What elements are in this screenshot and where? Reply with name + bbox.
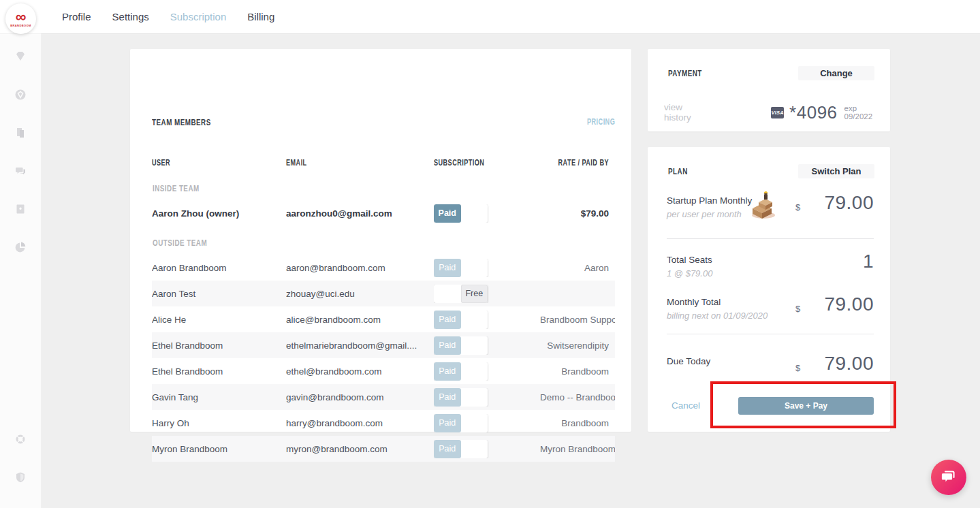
chat-bubbles-icon — [940, 467, 958, 488]
view-history-link[interactable]: view history — [664, 102, 697, 123]
tab-profile[interactable]: Profile — [62, 11, 91, 22]
col-subscription: SUBSCRIPTION — [434, 158, 484, 168]
switch-plan-button[interactable]: Switch Plan — [798, 164, 874, 178]
toggle-left-segment: Paid — [434, 414, 461, 432]
payment-card: PAYMENT Change view history VISA *4096 e… — [648, 49, 890, 131]
gem-icon[interactable] — [14, 50, 27, 62]
user-email: harry@brandboom.com — [286, 418, 434, 428]
subscription-cell: Paid — [434, 311, 540, 329]
col-user: USER — [152, 158, 170, 168]
help-lifebuoy-icon[interactable] — [14, 433, 27, 445]
toggle-right-segment — [461, 259, 488, 277]
change-payment-button[interactable]: Change — [798, 66, 874, 80]
brandboom-logo-icon: ∞ — [16, 11, 27, 23]
subscription-toggle[interactable]: Paid — [434, 388, 488, 407]
user-email: ethelmariebrandboom@gmail.... — [286, 340, 434, 351]
pricing-link[interactable]: PRICING — [587, 117, 615, 127]
brandboom-logo[interactable]: ∞ BRANDBOOM — [5, 3, 36, 34]
monthly-total-value: 79.00 — [824, 293, 874, 315]
divider — [667, 334, 874, 334]
subscription-toggle[interactable]: Paid — [434, 311, 488, 329]
subscription-cell: Paid — [434, 388, 540, 407]
subscription-cell: Paid — [434, 259, 540, 277]
tab-billing[interactable]: Billing — [247, 11, 274, 22]
shield-icon[interactable] — [14, 471, 27, 483]
subscription-toggle[interactable]: Paid — [434, 259, 488, 277]
subscription-toggle[interactable]: Paid — [434, 440, 488, 458]
cancel-link[interactable]: Cancel — [671, 400, 700, 411]
nav-tabs: Profile Settings Subscription Billing — [62, 11, 274, 22]
sidebar — [0, 33, 42, 508]
plan-price: 79.00 — [824, 192, 874, 214]
plan-name-sub: per user per month — [667, 209, 742, 219]
subscription-cell: Paid — [434, 362, 540, 381]
chat-icon[interactable] — [14, 165, 27, 177]
rate-paid-by: Brandboom — [540, 418, 615, 428]
visa-card-icon: VISA — [771, 107, 784, 118]
subscription-cell: Paid — [434, 336, 540, 355]
user-email: zhouay@uci.edu — [286, 289, 434, 299]
id-badge-icon[interactable] — [14, 203, 27, 215]
pie-chart-icon[interactable] — [14, 241, 27, 253]
rate-paid-by: Switserendipity — [540, 340, 615, 351]
team-member-row: Ethel Brandboomethelmariebrandboom@gmail… — [152, 332, 615, 358]
toggle-left-segment: Paid — [434, 311, 461, 329]
top-nav: Profile Settings Subscription Billing — [0, 0, 980, 33]
due-today-currency: $ — [795, 363, 800, 373]
plan-price-currency: $ — [795, 202, 800, 212]
col-email: EMAIL — [286, 158, 307, 168]
team-member-row: Myron Brandboommyron@brandboom.comPaidMy… — [152, 436, 615, 462]
user-name: Ethel Brandboom — [152, 340, 286, 351]
tab-subscription[interactable]: Subscription — [170, 11, 227, 22]
card-last-digits: *4096 — [789, 102, 837, 123]
toggle-left-segment: Paid — [434, 388, 461, 407]
team-section-label-text: INSIDE TEAM — [153, 183, 200, 193]
team-member-row: Ethel Brandboomethel@brandboom.comPaidBr… — [152, 358, 615, 384]
team-table-body: INSIDE TEAMAaron Zhou (owner)aaronzhou0@… — [152, 178, 615, 462]
user-name: Gavin Tang — [152, 392, 286, 402]
subscription-toggle[interactable]: Paid — [434, 414, 488, 432]
subscription-toggle[interactable]: Paid — [434, 204, 488, 223]
toggle-left-segment: Paid — [434, 336, 461, 355]
total-seats-label: Total Seats — [667, 255, 712, 265]
team-member-row: Alice Healice@brandboom.comPaidBrandboom… — [152, 306, 615, 332]
total-seats-sub: 1 @ $79.00 — [667, 268, 712, 279]
team-member-row: Aaron Zhou (owner)aaronzhou0@gmail.comPa… — [152, 200, 615, 226]
subscription-cell: Free — [434, 285, 540, 303]
team-section-label: OUTSIDE TEAM — [152, 233, 615, 252]
showroom-globe-icon[interactable] — [14, 89, 27, 101]
toggle-right-segment: Free — [461, 285, 488, 303]
subscription-cell: Paid — [434, 204, 540, 223]
user-email: myron@brandboom.com — [286, 444, 434, 454]
toggle-left-segment — [434, 285, 461, 303]
chat-widget-button[interactable] — [931, 460, 966, 495]
rate-paid-by: Demo -- Brandboom — [540, 392, 615, 402]
subscription-toggle[interactable]: Paid — [434, 336, 488, 355]
subscription-toggle[interactable]: Free — [434, 285, 488, 303]
team-member-row: Harry Ohharry@brandboom.comPaidBrandboom — [152, 410, 615, 436]
user-email: alice@brandboom.com — [286, 315, 434, 325]
toggle-right-segment — [461, 362, 488, 381]
rate-paid-by: Brandboom Support Demo — [540, 315, 615, 325]
subscription-toggle[interactable]: Paid — [434, 362, 488, 381]
total-seats-value: 1 — [863, 251, 874, 272]
user-name: Aaron Test — [152, 289, 286, 299]
subscription-cell: Paid — [434, 414, 540, 432]
tab-settings[interactable]: Settings — [112, 11, 149, 22]
user-name: Aaron Brandboom — [152, 263, 286, 273]
rate-paid-by: Aaron — [540, 263, 615, 273]
save-pay-button[interactable]: Save + Pay — [738, 397, 874, 415]
documents-icon[interactable] — [14, 127, 27, 139]
user-email: aaronzhou0@gmail.com — [286, 208, 434, 219]
monthly-total-currency: $ — [795, 304, 800, 314]
user-name: Harry Oh — [152, 418, 286, 428]
brandboom-wordmark: BRANDBOOM — [10, 24, 31, 27]
toggle-left-segment: Paid — [434, 440, 461, 458]
team-members-title: TEAM MEMBERS — [152, 117, 211, 127]
rate-paid-by: $79.00 — [540, 208, 615, 219]
payment-title: PAYMENT — [668, 68, 702, 78]
due-today-value: 79.00 — [824, 353, 874, 375]
toggle-left-segment: Paid — [434, 362, 461, 381]
toggle-right-segment — [461, 204, 488, 223]
divider — [667, 238, 874, 239]
